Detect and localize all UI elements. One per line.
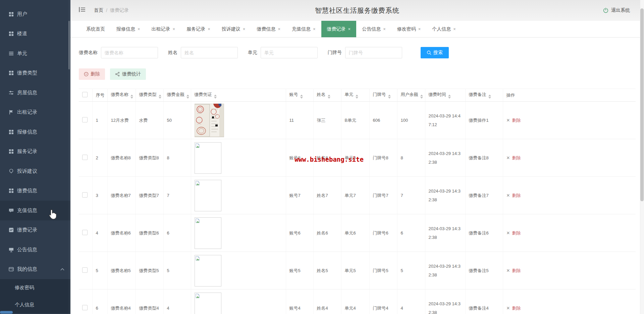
column-header-time[interactable]: 缴费时间 — [425, 89, 465, 102]
close-icon[interactable]: × — [453, 27, 456, 31]
page-scrollbar[interactable] — [640, 0, 644, 314]
close-icon[interactable]: × — [243, 27, 246, 31]
cell-name: 缴费名称7 — [107, 177, 136, 214]
page-scrollbar-thumb[interactable] — [640, 8, 644, 201]
unit-input[interactable] — [261, 47, 318, 58]
tab-notice-info[interactable]: 公告信息× — [356, 21, 391, 37]
sort-icon[interactable] — [300, 95, 303, 99]
close-icon[interactable]: × — [383, 27, 386, 31]
close-icon[interactable]: × — [173, 27, 175, 31]
sidebar-item-payment-info[interactable]: 缴费信息 — [0, 181, 70, 201]
delete-button[interactable]: 删除 — [79, 68, 105, 80]
sidebar-item-house-info[interactable]: 房屋信息 — [0, 83, 70, 103]
sort-icon[interactable] — [159, 95, 161, 99]
column-header-door[interactable]: 门牌号 — [369, 89, 397, 102]
sidebar-item-my-info[interactable]: 我的信息 — [0, 260, 70, 279]
person-name-input[interactable] — [181, 47, 238, 58]
cell-type: 缴费类型7 — [136, 177, 163, 214]
sort-icon[interactable] — [328, 95, 330, 99]
sidebar-item-recharge-info[interactable]: 充值信息 — [0, 201, 70, 220]
column-header-remark[interactable]: 缴费备注 — [465, 89, 503, 102]
row-delete-button[interactable]: ✕删除 — [506, 117, 521, 123]
sort-icon[interactable] — [186, 95, 189, 99]
row-checkbox[interactable] — [82, 117, 88, 122]
cell-account: 账号5 — [286, 252, 313, 290]
sort-icon[interactable] — [356, 95, 358, 99]
sort-icon[interactable] — [130, 95, 133, 99]
sidebar-collapse-icon[interactable] — [79, 7, 86, 14]
sidebar-item-label: 楼道 — [17, 31, 27, 37]
row-checkbox[interactable] — [82, 192, 88, 198]
tab-rental-records[interactable]: 出租记录× — [146, 21, 181, 37]
sidebar-item-unit[interactable]: 单元 — [0, 44, 70, 63]
close-icon[interactable]: × — [418, 27, 421, 31]
breadcrumb-home[interactable]: 首页 — [94, 7, 103, 13]
sidebar-item-complaints[interactable]: 投诉建议 — [0, 161, 70, 181]
column-header-unit[interactable]: 单元 — [341, 89, 369, 102]
close-icon[interactable]: × — [313, 27, 316, 31]
close-icon[interactable]: × — [278, 27, 280, 31]
search-button-label: 搜索 — [433, 50, 443, 56]
close-icon[interactable]: × — [208, 27, 210, 31]
sidebar-item-payment-records[interactable]: 缴费记录 — [0, 220, 70, 240]
cell-action: ✕删除 — [503, 214, 636, 252]
row-checkbox[interactable] — [82, 305, 88, 310]
column-header-balance[interactable]: 用户余额 — [397, 89, 425, 102]
tab-complaints[interactable]: 投诉建议× — [216, 21, 251, 37]
fee-name-input[interactable] — [101, 47, 158, 58]
sidebar-item-fee-type[interactable]: 缴费类型 — [0, 63, 70, 83]
cell-balance: 6 — [397, 214, 425, 252]
column-header-person[interactable]: 姓名 — [313, 89, 341, 102]
voucher-image-placeholder — [195, 180, 221, 211]
sidebar-scrollbar-thumb[interactable] — [68, 21, 70, 69]
tab-payment-records[interactable]: 缴费记录× — [321, 21, 357, 37]
tab-payment-info[interactable]: 缴费信息× — [251, 21, 286, 37]
tab-change-password[interactable]: 修改密码× — [391, 21, 427, 37]
filter-group-unit: 单元 — [248, 47, 318, 58]
payment-stats-button[interactable]: 缴费统计 — [110, 68, 146, 80]
sort-icon[interactable] — [214, 95, 217, 99]
row-delete-button[interactable]: ✕删除 — [506, 305, 521, 311]
sidebar-item-notice-info[interactable]: 公告信息 — [0, 240, 70, 260]
column-header-voucher[interactable]: 缴费凭证 — [191, 89, 286, 102]
cell-account: 账号4 — [286, 290, 313, 314]
select-all-checkbox[interactable] — [82, 92, 88, 97]
tab-home[interactable]: 系统首页 — [80, 21, 111, 37]
row-checkbox[interactable] — [82, 155, 88, 160]
sort-icon[interactable] — [388, 95, 391, 99]
sidebar-item-rental-records[interactable]: 出租记录 — [0, 103, 70, 122]
logout-button[interactable]: 退出系统 — [603, 0, 630, 21]
column-header-name[interactable]: 缴费名称 — [107, 89, 136, 102]
column-header-amount[interactable]: 缴费金额 — [163, 89, 191, 102]
close-icon[interactable]: × — [138, 27, 140, 31]
tab-recharge-info[interactable]: 充值信息× — [286, 21, 321, 37]
sidebar-subitem-change-password[interactable]: 修改密码 — [0, 279, 70, 296]
voucher-photo[interactable] — [195, 104, 224, 137]
tab-service-records[interactable]: 服务记录× — [181, 21, 216, 37]
tab-repair-info[interactable]: 报修信息× — [111, 21, 146, 37]
sidebar-hscrollbar-thumb[interactable] — [0, 311, 13, 314]
search-button[interactable]: 搜索 — [421, 47, 449, 58]
row-delete-button[interactable]: ✕删除 — [506, 268, 521, 274]
door-number-input[interactable] — [345, 47, 402, 58]
close-icon[interactable]: × — [348, 27, 351, 31]
row-checkbox[interactable] — [82, 230, 88, 235]
row-delete-button[interactable]: ✕删除 — [506, 230, 521, 236]
table-row: 3缴费名称7缴费类型77账号7姓名7单元7门牌号772024-03-29 14:… — [79, 177, 636, 214]
sidebar-item-users[interactable]: 用户 — [0, 4, 70, 24]
sidebar-item-repair-info[interactable]: 报修信息 — [0, 122, 70, 142]
row-delete-button[interactable]: ✕删除 — [506, 193, 521, 199]
sidebar-item-corridor[interactable]: 楼道 — [0, 24, 70, 44]
sidebar-item-service-records[interactable]: 服务记录 — [0, 142, 70, 162]
tab-personal-info[interactable]: 个人信息× — [426, 21, 462, 37]
sort-icon[interactable] — [448, 95, 451, 99]
column-header-type[interactable]: 缴费类型 — [136, 89, 163, 102]
sort-icon[interactable] — [420, 95, 423, 99]
sidebar-item-label: 缴费类型 — [17, 70, 37, 76]
column-header-account[interactable]: 账号 — [286, 89, 313, 102]
row-delete-button[interactable]: ✕删除 — [506, 155, 521, 161]
cell-amount: 7 — [163, 177, 191, 214]
sort-icon[interactable] — [488, 95, 491, 99]
row-checkbox[interactable] — [82, 267, 88, 273]
cell-unit: 单元7 — [341, 177, 369, 214]
